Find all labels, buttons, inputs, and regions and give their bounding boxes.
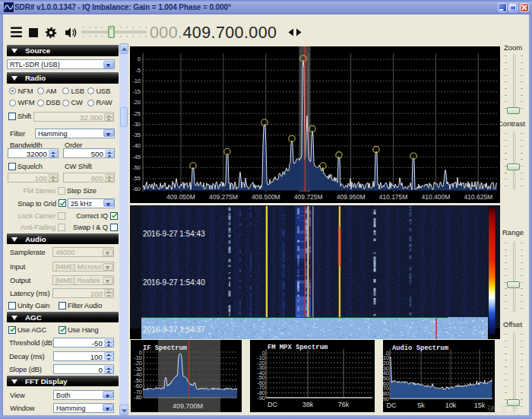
svg-text:DC: DC	[387, 402, 397, 409]
svg-text:409.275M: 409.275M	[209, 193, 238, 201]
svg-text:-20: -20	[132, 99, 141, 106]
svg-text:38k: 38k	[302, 401, 314, 408]
svg-text:-40: -40	[132, 142, 141, 149]
svg-text:Audio Spectrum: Audio Spectrum	[392, 344, 448, 352]
svg-text:10k: 10k	[445, 402, 457, 409]
svg-text:-10: -10	[132, 78, 141, 84]
svg-text:FM MPX Spectrum: FM MPX Spectrum	[268, 344, 328, 351]
svg-text:-5: -5	[135, 67, 141, 74]
svg-text:409.050M: 409.050M	[166, 193, 195, 201]
svg-text:-45: -45	[132, 154, 141, 160]
svg-text:410.625M: 410.625M	[464, 193, 492, 201]
svg-text:2016-9-27 1:54:43: 2016-9-27 1:54:43	[143, 230, 205, 238]
svg-text:409.700M: 409.700M	[173, 402, 203, 410]
svg-text:410.175M: 410.175M	[379, 193, 408, 201]
svg-text:409.500M: 409.500M	[252, 193, 280, 201]
svg-text:2016-9-27 1:54:40: 2016-9-27 1:54:40	[143, 278, 205, 287]
svg-text:409.725M: 409.725M	[294, 193, 323, 201]
svg-text:-90: -90	[257, 395, 265, 402]
svg-text:15k: 15k	[474, 402, 486, 409]
svg-text:IF Spectrum: IF Spectrum	[143, 344, 187, 352]
svg-text:-80: -80	[134, 394, 142, 401]
svg-text:-30: -30	[132, 121, 141, 128]
svg-text:DC: DC	[268, 401, 277, 408]
svg-text:-60: -60	[132, 186, 141, 192]
svg-text:5k: 5k	[417, 402, 425, 409]
svg-text:0: 0	[138, 56, 141, 62]
svg-text:-25: -25	[132, 110, 141, 117]
svg-text:-15: -15	[132, 88, 141, 95]
svg-text:409.950M: 409.950M	[337, 193, 366, 201]
svg-text:-35: -35	[132, 132, 141, 138]
svg-text:76k: 76k	[338, 401, 350, 408]
svg-text:410.400M: 410.400M	[421, 193, 450, 201]
svg-text:-50: -50	[132, 164, 141, 171]
svg-text:-55: -55	[132, 175, 141, 182]
svg-text:2016-9-27 1:54:37: 2016-9-27 1:54:37	[143, 325, 205, 334]
